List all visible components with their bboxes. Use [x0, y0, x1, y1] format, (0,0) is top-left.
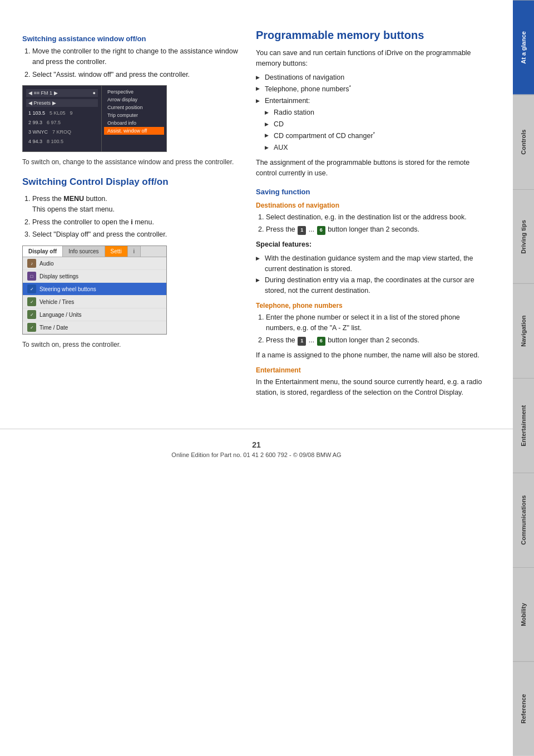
section-assistance-window: Switching assistance window off/on Move … [22, 35, 239, 167]
page-number: 21 [22, 440, 491, 449]
menu-item-vehicle: ✓ Vehicle / Tires [23, 296, 166, 308]
sidebar-tab-controls[interactable]: Controls [513, 95, 534, 189]
special-features-list: With the destination guidance system and… [256, 253, 491, 296]
feature-item-telephone: Telephone, phone numbers* [256, 84, 491, 95]
step-item: Select "Assist. window off" and press th… [32, 70, 239, 80]
destinations-subtitle: Destinations of navigation [256, 202, 491, 209]
step-item: Press the controller to open the i menu. [32, 217, 239, 228]
sidebar-tab-entertainment[interactable]: Entertainment [513, 378, 534, 473]
control-display-caption: To switch on, press the controller. [22, 340, 239, 350]
sidebar-tab-communications[interactable]: Communications [513, 473, 534, 567]
sidebar-tab-at-a-glance[interactable]: At a glance [513, 0, 534, 95]
telephone-note: If a name is assigned to the phone numbe… [256, 350, 491, 361]
menu-item-audio: ♪ Audio [23, 257, 166, 270]
step-item: Enter the phone number or select it in a… [266, 312, 491, 333]
display-screenshot: Display off Info sources Setti i ♪ Audio… [22, 246, 167, 335]
feature-item-cd-changer: CD compartment of CD changer* [256, 130, 491, 141]
telephone-steps: Enter the phone number or select it in a… [266, 312, 491, 346]
menu-item-time: ✓ Time / Date [23, 321, 166, 334]
control-display-title: Switching Control Display off/on [22, 176, 239, 188]
assignment-note: The assignment of the programmable butto… [256, 158, 491, 179]
button-6: 6 [317, 226, 325, 235]
sidebar-tab-navigation[interactable]: Navigation [513, 283, 534, 378]
step-item: Press the MENU button.This opens the sta… [32, 194, 239, 215]
display-tab-info: Info sources [63, 246, 105, 257]
saving-function-title: Saving function [256, 188, 491, 196]
programmable-memory-title: Programmable memory buttons [256, 28, 491, 42]
menu-item-display-settings: □ Display settings [23, 270, 166, 283]
button-6-tel: 6 [317, 337, 325, 346]
feature-item-aux: AUX [256, 143, 491, 153]
button-1: 1 [298, 226, 306, 235]
features-list: Destinations of navigation Telephone, ph… [256, 72, 491, 154]
step-item: Select "Display off" and press the contr… [32, 229, 239, 240]
special-features-label: Special features: [256, 239, 491, 250]
left-column: Switching assistance window off/on Move … [22, 28, 239, 401]
feature-item-cd: CD [256, 119, 491, 130]
sidebar-tab-mobility[interactable]: Mobility [513, 567, 534, 662]
page-footer: 21 Online Edition for Part no. 01 41 2 6… [0, 429, 513, 464]
control-display-steps: Press the MENU button.This opens the sta… [32, 194, 239, 240]
step-item: Press the 1 ... 6 button longer than 2 s… [266, 224, 491, 235]
sidebar: At a glance Controls Driving tips Naviga… [513, 0, 534, 756]
special-item-1: With the destination guidance system and… [256, 253, 491, 274]
feature-item-destinations: Destinations of navigation [256, 72, 491, 83]
special-item-2: During destination entry via a map, the … [256, 275, 491, 296]
display-tab-i: i [128, 246, 141, 257]
display-tab-setti: Setti [105, 246, 128, 257]
display-tab-off: Display off [23, 246, 63, 257]
assistance-window-steps: Move the controller to the right to chan… [32, 46, 239, 80]
menu-item-steering: ✓ Steering wheel buttons [23, 283, 166, 296]
entertainment-text: In the Entertainment menu, the sound sou… [256, 377, 491, 398]
radio-screenshot: ◀ ≡≡ FM 1 ▶ ● ◀ Presets ▶ 1 103.5 5 KL05… [22, 85, 167, 152]
right-column: Programmable memory buttons You can save… [256, 28, 491, 401]
main-content: Switching assistance window off/on Move … [0, 0, 513, 423]
feature-item-entertainment: Entertainment: [256, 96, 491, 106]
menu-item-language: ✓ Language / Units [23, 308, 166, 321]
step-item: Select destination, e.g. in the destinat… [266, 212, 491, 223]
section-control-display: Switching Control Display off/on Press t… [22, 176, 239, 350]
feature-item-radio: Radio station [256, 107, 491, 118]
sidebar-tab-driving-tips[interactable]: Driving tips [513, 189, 534, 284]
button-1-tel: 1 [298, 337, 306, 346]
assistance-window-caption: To switch on, change to the assistance w… [22, 158, 239, 167]
step-item: Move the controller to the right to chan… [32, 46, 239, 67]
entertainment-subtitle: Entertainment [256, 366, 491, 374]
step-item: Press the 1 ... 6 button longer than 2 s… [266, 335, 491, 346]
footer-text: Online Edition for Part no. 01 41 2 600 … [171, 451, 341, 458]
destinations-steps: Select destination, e.g. in the destinat… [266, 212, 491, 235]
assistance-window-title: Switching assistance window off/on [22, 35, 239, 43]
telephone-subtitle: Telephone, phone numbers [256, 302, 491, 310]
sidebar-tab-reference[interactable]: Reference [513, 661, 534, 756]
programmable-intro: You can save and run certain functions o… [256, 48, 491, 69]
